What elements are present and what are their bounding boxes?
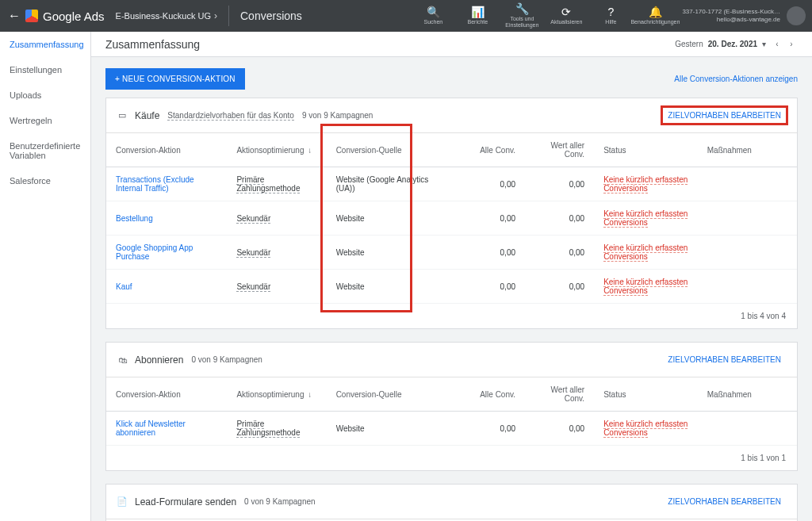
- col-action[interactable]: Conversion-Aktion: [106, 133, 227, 167]
- campaigns-count: 0 von 9 Kampagnen: [244, 497, 316, 506]
- section-title: Lead-Formulare senden: [135, 496, 236, 508]
- conversion-section: 🛍 Abonnieren 0 von 9 Kampagnen ZIELVORHA…: [105, 342, 798, 471]
- reports-button[interactable]: 📊 Berichte: [455, 6, 500, 25]
- col-source[interactable]: Conversion-Quelle: [327, 133, 456, 167]
- edit-goals-button[interactable]: ZIELVORHABEN BEARBEITEN: [661, 106, 787, 125]
- sidenav-item-valuerules[interactable]: Wertregeln: [0, 108, 90, 133]
- date-prev-button[interactable]: ‹: [771, 38, 783, 51]
- section-icon: 🛍: [116, 354, 128, 366]
- source-value: Website: [327, 236, 456, 270]
- conversion-name-link[interactable]: Google Shopping App Purchase: [106, 236, 227, 270]
- section-header: ▭ Käufe Standardzielvorhaben für das Kon…: [106, 98, 797, 133]
- source-value: Website: [327, 412, 456, 446]
- date-label: Gestern: [675, 40, 703, 48]
- main-content: Zusammenfassung Gestern 20. Dez. 2021 ▾ …: [91, 32, 812, 521]
- col-value[interactable]: Wert aller Conv.: [525, 133, 594, 167]
- table-row: Kauf Sekundär Website 0,00 0,00 Keine kü…: [106, 270, 797, 304]
- product-name: Google Ads: [43, 10, 105, 23]
- campaigns-count: 9 von 9 Kampagnen: [302, 111, 373, 120]
- sidenav-item-uploads[interactable]: Uploads: [0, 82, 90, 108]
- conv-value: 0,00: [525, 412, 594, 446]
- conversion-name-link[interactable]: Kauf: [106, 270, 227, 304]
- col-all-conv[interactable]: Alle Conv.: [456, 377, 525, 412]
- col-source[interactable]: Conversion-Quelle: [327, 377, 456, 412]
- optimization-value: Sekundär: [227, 201, 326, 236]
- measures-cell: [698, 167, 797, 201]
- page-header: Zusammenfassung Gestern 20. Dez. 2021 ▾ …: [91, 32, 812, 57]
- refresh-button[interactable]: ⟳ Aktualisieren: [544, 6, 588, 25]
- date-next-button[interactable]: ›: [785, 38, 798, 51]
- table-row: Bestellung Sekundär Website 0,00 0,00 Ke…: [106, 201, 797, 236]
- separator: [228, 6, 229, 26]
- campaigns-count: 0 von 9 Kampagnen: [191, 355, 262, 364]
- conv-value: 0,00: [525, 201, 594, 236]
- col-status[interactable]: Status: [594, 133, 698, 167]
- avatar[interactable]: [787, 6, 806, 25]
- section-title: Abonnieren: [135, 354, 183, 366]
- conversion-name-link[interactable]: Bestellung: [106, 201, 227, 236]
- notifications-button[interactable]: 🔔 Benachrichtigungen: [633, 6, 677, 25]
- table-row: Klick auf Newsletter abonnieren Primäre …: [106, 412, 797, 446]
- section-header: 🛍 Abonnieren 0 von 9 Kampagnen ZIELVORHA…: [106, 343, 797, 377]
- date-value: 20. Dez. 2021: [708, 40, 757, 48]
- edit-goals-button[interactable]: ZIELVORHABEN BEARBEITEN: [661, 492, 787, 511]
- side-nav: Zusammenfassung Einstellungen Uploads We…: [0, 32, 91, 521]
- new-conversion-button[interactable]: + NEUE CONVERSION-AKTION: [105, 68, 245, 90]
- breadcrumb: Conversions: [240, 10, 302, 22]
- conversion-name-link[interactable]: Klick auf Newsletter abonnieren: [106, 412, 227, 446]
- status-value: Keine kürzlich erfassten Conversions: [594, 167, 698, 201]
- bell-icon: 🔔: [649, 6, 662, 17]
- account-picker[interactable]: E-Business-Kuckuck UG ›: [116, 10, 217, 21]
- account-info: 337-170-1772 (E-Business-Kuck… hello@ads…: [682, 8, 780, 25]
- col-all-conv[interactable]: Alle Conv.: [456, 133, 525, 167]
- chart-icon: 📊: [471, 6, 485, 17]
- col-measures[interactable]: Maßnahmen: [698, 133, 797, 167]
- search-button[interactable]: 🔍 Suchen: [411, 6, 455, 25]
- conv-value: 0,00: [525, 167, 594, 201]
- conv-value: 0,00: [525, 270, 594, 304]
- sidenav-item-settings[interactable]: Einstellungen: [0, 57, 90, 82]
- table-row: Google Shopping App Purchase Sekundär We…: [106, 236, 797, 270]
- product-logo[interactable]: Google Ads: [25, 10, 105, 23]
- source-value: Website: [327, 270, 456, 304]
- conversion-name-link[interactable]: Transactions (Exclude Internal Traffic): [106, 167, 227, 201]
- sidenav-item-salesforce[interactable]: Salesforce: [0, 168, 90, 193]
- measures-cell: [698, 270, 797, 304]
- status-value: Keine kürzlich erfassten Conversions: [594, 236, 698, 270]
- back-button[interactable]: ←: [6, 9, 22, 23]
- measures-cell: [698, 236, 797, 270]
- app-topbar: ← Google Ads E-Business-Kuckuck UG › Con…: [0, 0, 812, 32]
- refresh-icon: ⟳: [561, 6, 571, 17]
- col-value[interactable]: Wert aller Conv.: [525, 377, 594, 412]
- tools-button[interactable]: 🔧 Tools und Einstellungen: [500, 3, 544, 28]
- show-all-link[interactable]: Alle Conversion-Aktionen anzeigen: [674, 75, 798, 83]
- col-status[interactable]: Status: [594, 377, 698, 412]
- table-row: Transactions (Exclude Internal Traffic) …: [106, 167, 797, 201]
- section-icon: 📄: [116, 496, 128, 508]
- col-optimization[interactable]: Aktionsoptimierung ↓: [227, 133, 326, 167]
- all-conv-value: 0,00: [456, 236, 525, 270]
- source-value: Website: [327, 201, 456, 236]
- col-action[interactable]: Conversion-Aktion: [106, 377, 227, 412]
- col-optimization[interactable]: Aktionsoptimierung ↓: [227, 377, 326, 412]
- help-button[interactable]: ? Hilfe: [588, 6, 633, 25]
- search-icon: 🔍: [427, 6, 440, 17]
- topbar-actions: 🔍 Suchen 📊 Berichte 🔧 Tools und Einstell…: [411, 3, 677, 28]
- measures-cell: [698, 201, 797, 236]
- page-title: Zusammenfassung: [105, 38, 200, 51]
- date-range-picker[interactable]: Gestern 20. Dez. 2021 ▾ ‹ ›: [675, 38, 798, 51]
- conv-value: 0,00: [525, 236, 594, 270]
- conversion-table: Conversion-Aktion Aktionsoptimierung ↓ C…: [106, 133, 797, 304]
- sort-down-icon: ↓: [308, 390, 312, 399]
- edit-goals-button[interactable]: ZIELVORHABEN BEARBEITEN: [661, 351, 787, 369]
- sidenav-item-customvars[interactable]: Benutzerdefinierte Variablen: [0, 133, 90, 168]
- account-email: hello@ads-vantage.de: [682, 16, 780, 24]
- col-measures[interactable]: Maßnahmen: [698, 377, 797, 412]
- optimization-value: Primäre Zahlungsmethode: [227, 167, 326, 201]
- status-value: Keine kürzlich erfassten Conversions: [594, 412, 698, 446]
- paging-info: 1 bis 4 von 4: [106, 304, 797, 328]
- optimization-value: Sekundär: [227, 236, 326, 270]
- sidenav-item-summary[interactable]: Zusammenfassung: [0, 32, 90, 57]
- default-goals-label: Standardzielvorhaben für das Konto: [167, 111, 294, 121]
- chevron-down-icon: ▾: [762, 40, 766, 48]
